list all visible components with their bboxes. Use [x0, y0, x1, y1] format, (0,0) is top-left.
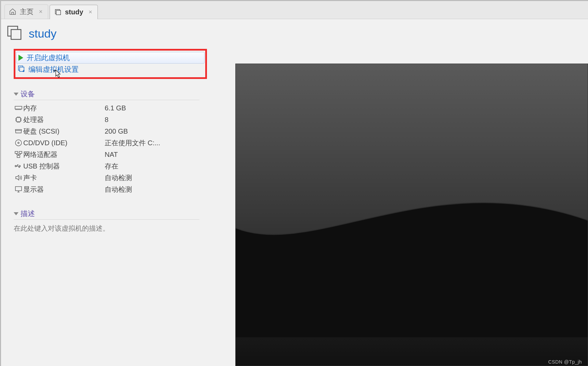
start-vm-label: 开启此虚拟机	[27, 53, 70, 63]
devices-section-title: 设备	[21, 89, 35, 99]
device-value: 存在	[105, 162, 199, 171]
left-panel: study 开启此虚拟机 编辑虚拟机设置	[1, 19, 215, 366]
device-row-memory[interactable]: 内存 6.1 GB	[14, 102, 199, 114]
device-value: 8	[105, 116, 199, 124]
tab-home[interactable]: 主页 ×	[4, 4, 48, 19]
edit-vm-settings-button[interactable]: 编辑虚拟机设置	[16, 64, 205, 75]
svg-rect-12	[17, 155, 20, 158]
description-section-header[interactable]: 描述	[14, 209, 199, 220]
svg-rect-11	[19, 151, 22, 153]
device-name: USB 控制器	[23, 162, 105, 171]
cddvd-icon	[14, 139, 23, 147]
cpu-icon	[14, 116, 23, 123]
description-section-title: 描述	[21, 209, 35, 218]
device-value: NAT	[105, 151, 199, 159]
svg-point-8	[15, 140, 22, 146]
start-vm-button[interactable]: 开启此虚拟机	[16, 52, 205, 64]
svg-rect-10	[15, 151, 18, 153]
chevron-down-icon	[14, 212, 18, 215]
devices-section: 设备 内存 6.1 GB 处理器 8 硬盘 (SCSI) 200 GB	[6, 89, 199, 195]
devices-section-header[interactable]: 设备	[14, 89, 199, 100]
sound-icon	[14, 174, 23, 181]
device-row-usb[interactable]: USB 控制器 存在	[14, 160, 199, 172]
display-icon	[14, 186, 23, 193]
device-row-cpu[interactable]: 处理器 8	[14, 114, 199, 125]
vm-preview-screen[interactable]	[235, 64, 588, 366]
edit-icon	[17, 65, 25, 74]
tab-study-label: study	[65, 8, 83, 16]
device-value: 自动检测	[105, 185, 199, 194]
vm-header: study	[6, 23, 215, 49]
device-value: 200 GB	[105, 127, 199, 135]
vm-icon	[54, 8, 62, 16]
network-icon	[14, 151, 23, 158]
description-placeholder[interactable]: 在此处键入对该虚拟机的描述。	[14, 222, 199, 233]
device-name: 网络适配器	[23, 150, 105, 159]
svg-point-9	[18, 142, 19, 144]
vm-title: study	[29, 27, 56, 40]
device-row-network[interactable]: 网络适配器 NAT	[14, 149, 199, 160]
device-name: 处理器	[23, 115, 105, 124]
device-name: 硬盘 (SCSI)	[23, 127, 105, 136]
device-row-display[interactable]: 显示器 自动检测	[14, 184, 199, 195]
usb-icon	[14, 163, 23, 169]
close-icon[interactable]: ×	[87, 9, 93, 16]
device-name: 内存	[23, 104, 105, 113]
actions-highlight-box: 开启此虚拟机 编辑虚拟机设置	[14, 49, 207, 79]
description-section: 描述 在此处键入对该虚拟机的描述。	[6, 209, 199, 233]
device-row-sound[interactable]: 声卡 自动检测	[14, 172, 199, 184]
device-row-disk[interactable]: 硬盘 (SCSI) 200 GB	[14, 125, 199, 137]
play-icon	[18, 55, 23, 61]
tab-bar: 主页 × study ×	[1, 1, 588, 19]
svg-rect-1	[56, 10, 61, 15]
close-icon[interactable]: ×	[38, 8, 44, 15]
device-value: 6.1 GB	[105, 104, 199, 112]
device-name: CD/DVD (IDE)	[23, 139, 105, 147]
memory-icon	[14, 105, 23, 111]
device-row-cddvd[interactable]: CD/DVD (IDE) 正在使用文件 C:...	[14, 137, 199, 149]
tab-study[interactable]: study ×	[50, 5, 98, 19]
tab-home-label: 主页	[20, 7, 34, 16]
disk-icon	[14, 128, 23, 134]
svg-rect-14	[15, 187, 22, 191]
device-value: 正在使用文件 C:...	[105, 138, 199, 148]
workspace: study 开启此虚拟机 编辑虚拟机设置	[1, 19, 588, 366]
vm-preview-swoosh	[236, 64, 588, 337]
device-name: 声卡	[23, 173, 105, 182]
device-value: 自动检测	[105, 173, 199, 182]
right-panel: CSDN @Tp_jh	[215, 19, 588, 366]
device-name: 显示器	[23, 185, 105, 194]
svg-rect-6	[15, 106, 22, 109]
svg-rect-3	[11, 29, 21, 39]
edit-vm-label: 编辑虚拟机设置	[28, 65, 79, 74]
devices-table: 内存 6.1 GB 处理器 8 硬盘 (SCSI) 200 GB CD/DVD …	[14, 102, 199, 195]
chevron-down-icon	[14, 93, 18, 96]
home-icon	[9, 8, 17, 16]
vm-icon-large	[6, 25, 23, 43]
watermark: CSDN @Tp_jh	[548, 359, 582, 365]
svg-rect-7	[16, 118, 21, 122]
